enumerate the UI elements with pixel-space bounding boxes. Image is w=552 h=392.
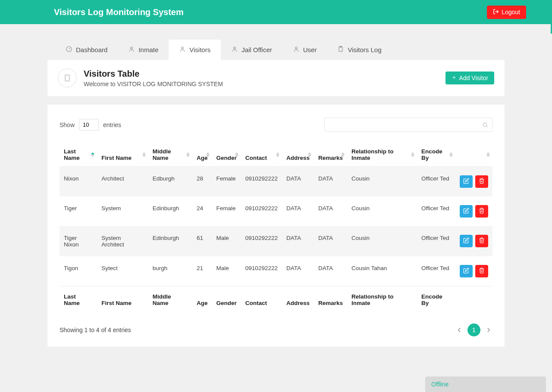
col-encode-by[interactable]: Encode By	[417, 143, 455, 167]
cell: Officer Ted	[417, 167, 455, 197]
length-select[interactable]	[79, 119, 99, 131]
trash-icon	[479, 237, 485, 245]
cell: Officer Ted	[417, 256, 455, 286]
cell: Edburgh	[148, 167, 192, 197]
cell: Male	[212, 256, 241, 286]
edit-button[interactable]	[460, 265, 473, 277]
dashboard-icon	[66, 46, 72, 54]
svg-point-8	[483, 123, 486, 126]
person-icon	[293, 46, 300, 54]
col-label: Contact	[245, 155, 267, 161]
col-label: Gender	[216, 155, 237, 161]
cell: Female	[212, 167, 241, 197]
person-icon	[231, 46, 238, 54]
tab-label: Inmate	[138, 46, 158, 53]
colfoot-relationship-to-inmate: Relationship to Inmate	[347, 286, 417, 314]
delete-button[interactable]	[475, 175, 488, 188]
col-address[interactable]: Address	[282, 143, 314, 167]
edit-button[interactable]	[460, 205, 473, 218]
cell: DATA	[314, 196, 347, 226]
tab-label: Visitors	[189, 46, 210, 53]
add-visitor-button[interactable]: Add Visitor	[445, 72, 494, 84]
logout-button[interactable]: Logout	[487, 6, 526, 19]
cell: Female	[212, 196, 241, 226]
cell: Nixon	[60, 167, 97, 197]
col-label: Address	[286, 155, 310, 161]
colfoot-middle-name: Middle Name	[148, 286, 192, 314]
pager-next[interactable]	[485, 326, 492, 334]
tab-jail-officer[interactable]: Jail Officer	[221, 40, 282, 60]
col-label: Relationship to Inmate	[351, 148, 394, 161]
table-card: Show entries Last NameFirst NameMiddle N…	[47, 105, 505, 347]
trash-icon	[479, 208, 485, 215]
cell: 61	[192, 226, 212, 256]
cell: Officer Ted	[417, 196, 455, 226]
cell: Sytect	[97, 256, 148, 286]
tab-visitors-log[interactable]: Visitors Log	[327, 40, 392, 60]
page-avatar	[58, 68, 77, 87]
cell: Cousin	[347, 226, 417, 256]
tab-label: Dashboard	[76, 46, 107, 53]
cell: DATA	[282, 196, 314, 226]
pager-prev[interactable]	[455, 326, 463, 334]
colfoot-contact: Contact	[241, 286, 282, 314]
table-info: Showing 1 to 4 of 4 entries	[60, 327, 131, 333]
colfoot-remarks: Remarks	[314, 286, 347, 314]
trash-icon	[479, 268, 485, 275]
col-middle-name[interactable]: Middle Name	[148, 143, 192, 167]
edit-icon	[463, 208, 469, 215]
edit-icon	[463, 178, 469, 185]
cell: Edinburgh	[148, 226, 192, 256]
col-label: Middle Name	[153, 148, 171, 161]
edit-icon	[463, 237, 469, 245]
cell: Edinburgh	[148, 196, 192, 226]
cell: Architect	[97, 167, 148, 197]
col-age[interactable]: Age	[192, 143, 212, 167]
delete-button[interactable]	[475, 265, 488, 277]
svg-line-9	[486, 126, 488, 127]
person-icon	[128, 46, 135, 54]
cell: Cousin	[347, 196, 417, 226]
colfoot-age: Age	[192, 286, 212, 314]
tab-dashboard[interactable]: Dashboard	[55, 40, 118, 60]
table-row: TigonSytectburgh21Male0910292222DATADATA…	[60, 256, 492, 286]
visitors-table: Last NameFirst NameMiddle NameAgeGenderC…	[60, 143, 492, 313]
colfoot-address: Address	[282, 286, 314, 314]
edit-button[interactable]	[460, 175, 473, 188]
colfoot-first-name: First Name	[97, 286, 148, 314]
tab-visitors[interactable]: Visitors	[169, 40, 221, 60]
cell: 0910292222	[241, 167, 282, 197]
cell: DATA	[314, 226, 347, 256]
pager-page-1[interactable]: 1	[467, 324, 480, 336]
tab-inmate[interactable]: Inmate	[118, 40, 169, 60]
nav-tabs: DashboardInmateVisitorsJail OfficerUserV…	[47, 40, 505, 60]
delete-button[interactable]	[475, 235, 488, 247]
col-actions[interactable]	[455, 143, 492, 167]
col-first-name[interactable]: First Name	[97, 143, 148, 167]
cell: DATA	[282, 256, 314, 286]
cell: 0910292222	[241, 256, 282, 286]
plus-icon	[452, 75, 457, 81]
col-last-name[interactable]: Last Name	[60, 143, 97, 167]
cell: DATA	[282, 226, 314, 256]
edit-button[interactable]	[460, 235, 473, 247]
col-contact[interactable]: Contact	[241, 143, 282, 167]
col-remarks[interactable]: Remarks	[314, 143, 347, 167]
search-input[interactable]	[324, 118, 492, 132]
tab-user[interactable]: User	[282, 40, 327, 60]
table-row: Tiger NixonSystem ArchitectEdinburgh61Ma…	[60, 226, 492, 256]
col-relationship-to-inmate[interactable]: Relationship to Inmate	[347, 143, 417, 167]
tab-label: Visitors Log	[348, 46, 381, 53]
col-gender[interactable]: Gender	[212, 143, 241, 167]
cell: Cousin	[347, 167, 417, 197]
delete-button[interactable]	[475, 205, 488, 218]
show-label-pre: Show	[60, 121, 75, 128]
clipboard-icon	[337, 46, 344, 54]
cell: 0910292222	[241, 226, 282, 256]
length-control: Show entries	[60, 119, 121, 131]
colfoot-encode-by: Encode By	[417, 286, 455, 314]
col-label: First Name	[101, 155, 132, 161]
trash-icon	[479, 178, 485, 185]
cell: 24	[192, 196, 212, 226]
cell: DATA	[314, 256, 347, 286]
